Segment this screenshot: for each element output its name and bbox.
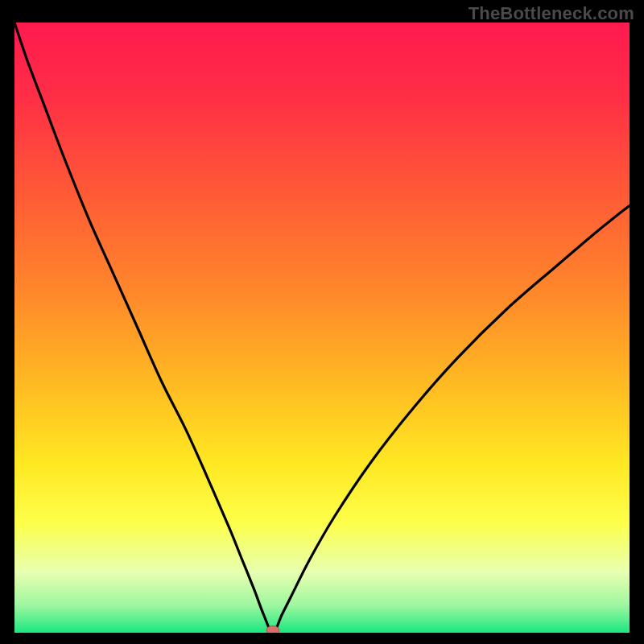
chart-frame: TheBottleneck.com xyxy=(0,0,644,644)
optimal-point-marker xyxy=(266,626,279,634)
bottleneck-chart xyxy=(14,23,630,633)
plot-area xyxy=(14,23,630,633)
watermark-text: TheBottleneck.com xyxy=(469,3,634,24)
gradient-background xyxy=(14,23,630,633)
